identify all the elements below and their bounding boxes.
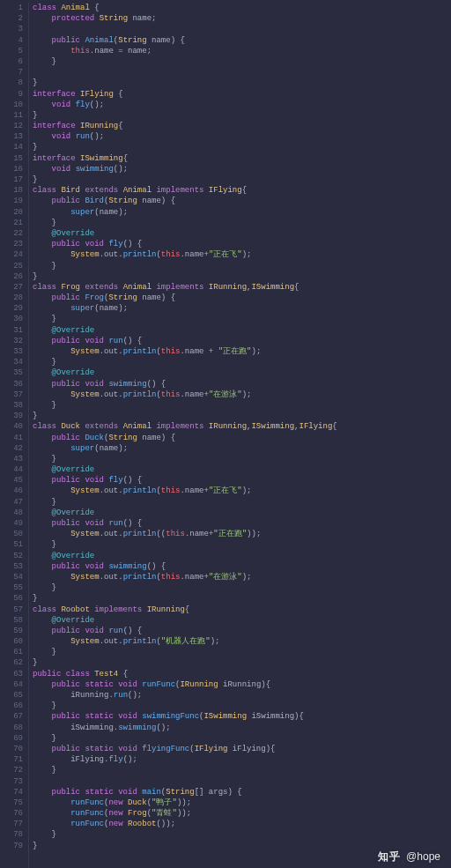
code-line: public void swimming() { bbox=[33, 561, 451, 572]
code-line: super(name); bbox=[33, 303, 451, 314]
line-number: 15 bbox=[0, 153, 23, 164]
code-line: void fly(); bbox=[33, 100, 451, 110]
line-number: 30 bbox=[0, 314, 23, 324]
code-line: System.out.println(this.name+"在游泳"); bbox=[33, 389, 451, 400]
code-line: public static void flyingFunc(IFlying iF… bbox=[33, 744, 451, 754]
line-number: 73 bbox=[0, 776, 23, 787]
line-number: 61 bbox=[0, 647, 23, 657]
code-line: public Frog(String name) { bbox=[33, 293, 451, 303]
code-line: } bbox=[33, 218, 451, 228]
code-line: @Override bbox=[33, 508, 451, 518]
line-number: 27 bbox=[0, 282, 23, 293]
code-line bbox=[33, 24, 451, 34]
line-number: 45 bbox=[0, 475, 23, 486]
line-number: 62 bbox=[0, 657, 23, 668]
code-line: } bbox=[33, 314, 451, 324]
code-line: iRunning.run(); bbox=[33, 690, 451, 701]
code-line: } bbox=[33, 261, 451, 271]
line-number: 47 bbox=[0, 497, 23, 508]
zhihu-watermark: 知乎 @hope bbox=[378, 851, 440, 862]
code-line: @Override bbox=[33, 228, 451, 239]
code-line: public void run() { bbox=[33, 336, 451, 346]
zhihu-logo: 知乎 bbox=[378, 851, 401, 862]
line-number: 36 bbox=[0, 379, 23, 389]
code-line: System.out.println(this.name+"正在飞"); bbox=[33, 249, 451, 260]
code-line: protected String name; bbox=[33, 13, 451, 24]
code-line: System.out.println((this.name+"正在跑")); bbox=[33, 529, 451, 539]
code-line: } bbox=[33, 497, 451, 508]
code-line: void swimming(); bbox=[33, 164, 451, 174]
line-number: 7 bbox=[0, 67, 23, 78]
line-number: 75 bbox=[0, 798, 23, 808]
line-number: 46 bbox=[0, 486, 23, 496]
line-number: 17 bbox=[0, 174, 23, 185]
code-line: public void run() { bbox=[33, 518, 451, 529]
line-number: 50 bbox=[0, 529, 23, 539]
code-line: interface ISwimming{ bbox=[33, 153, 451, 164]
code-line: super(name); bbox=[33, 443, 451, 454]
line-number: 39 bbox=[0, 411, 23, 421]
code-line: class Duck extends Animal implements IRu… bbox=[33, 421, 451, 432]
line-number: 53 bbox=[0, 561, 23, 572]
line-number-gutter: 1234567891011121314151617181920212223242… bbox=[0, 3, 28, 868]
code-line: interface IRunning{ bbox=[33, 121, 451, 131]
code-line: } bbox=[33, 174, 451, 185]
line-number: 49 bbox=[0, 518, 23, 529]
code-line: @Override bbox=[33, 325, 451, 336]
line-number: 69 bbox=[0, 733, 23, 744]
line-number: 14 bbox=[0, 142, 23, 152]
code-line: public static void runFunc(IRunning iRun… bbox=[33, 679, 451, 690]
code-line: public Animal(String name) { bbox=[33, 35, 451, 46]
line-number: 16 bbox=[0, 164, 23, 174]
code-line: public void run() { bbox=[33, 626, 451, 636]
line-number: 24 bbox=[0, 249, 23, 260]
line-number: 60 bbox=[0, 636, 23, 647]
code-line: public class Test4 { bbox=[33, 669, 451, 679]
code-line: } bbox=[33, 411, 451, 421]
line-number: 59 bbox=[0, 626, 23, 636]
code-line bbox=[33, 776, 451, 787]
line-number: 28 bbox=[0, 293, 23, 303]
code-line: runFunc(new Roobot()); bbox=[33, 819, 451, 829]
line-number: 57 bbox=[0, 605, 23, 615]
line-number: 25 bbox=[0, 261, 23, 271]
line-number: 11 bbox=[0, 110, 23, 121]
line-number: 21 bbox=[0, 218, 23, 228]
line-number: 12 bbox=[0, 121, 23, 131]
code-line: public Duck(String name) { bbox=[33, 433, 451, 443]
code-editor: 1234567891011121314151617181920212223242… bbox=[0, 0, 451, 868]
code-line: void run(); bbox=[33, 131, 451, 142]
line-number: 38 bbox=[0, 400, 23, 411]
code-line: class Animal { bbox=[33, 3, 451, 13]
line-number: 77 bbox=[0, 819, 23, 829]
code-line: @Override bbox=[33, 464, 451, 475]
code-line: runFunc(new Frog("青蛙")); bbox=[33, 808, 451, 819]
code-line: } bbox=[33, 539, 451, 550]
code-line: System.out.println("机器人在跑"); bbox=[33, 636, 451, 647]
line-number: 52 bbox=[0, 551, 23, 561]
line-number: 10 bbox=[0, 100, 23, 110]
line-number: 5 bbox=[0, 46, 23, 56]
code-line: System.out.println(this.name + "正在跑"); bbox=[33, 346, 451, 357]
line-number: 42 bbox=[0, 443, 23, 454]
line-number: 64 bbox=[0, 679, 23, 690]
line-number: 66 bbox=[0, 701, 23, 711]
line-number: 18 bbox=[0, 185, 23, 196]
line-number: 33 bbox=[0, 346, 23, 357]
code-line: } bbox=[33, 400, 451, 411]
code-area: class Animal { protected String name; pu… bbox=[28, 3, 451, 868]
line-number: 51 bbox=[0, 539, 23, 550]
code-line: @Override bbox=[33, 367, 451, 378]
code-line: System.out.println(this.name+"正在飞"); bbox=[33, 486, 451, 496]
code-line: } bbox=[33, 110, 451, 121]
code-line bbox=[33, 67, 451, 78]
line-number: 22 bbox=[0, 228, 23, 239]
code-line: } bbox=[33, 829, 451, 840]
code-line: } bbox=[33, 142, 451, 152]
line-number: 40 bbox=[0, 421, 23, 432]
line-number: 63 bbox=[0, 669, 23, 679]
code-line: } bbox=[33, 56, 451, 67]
code-line: iSwimming.swimming(); bbox=[33, 723, 451, 733]
code-line: } bbox=[33, 733, 451, 744]
code-line: @Override bbox=[33, 551, 451, 561]
